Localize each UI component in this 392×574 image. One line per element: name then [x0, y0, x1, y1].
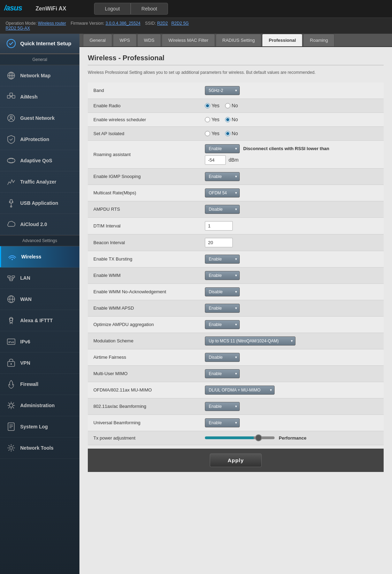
usb-icon [6, 197, 17, 209]
sidebar-item-quick-setup[interactable]: Quick Internet Setup [0, 34, 79, 54]
traffic-analyzer-icon [6, 176, 17, 187]
setting-enable-wmm: Enable WMM Enable Disable [88, 267, 384, 284]
quick-setup-icon [6, 38, 17, 49]
universal-beamforming-dropdown[interactable]: Enable Disable [205, 418, 240, 427]
wmm-apsd-dropdown[interactable]: Enable Disable [205, 304, 240, 313]
airtime-fairness-value: Enable Disable [199, 349, 384, 365]
sidebar-item-vpn[interactable]: VPN [0, 352, 79, 374]
roaming-dropdown[interactable]: Enable Disable [205, 144, 240, 153]
sidebar-item-guest-network[interactable]: Guest Network [0, 108, 79, 129]
logout-button[interactable]: Logout [94, 3, 131, 15]
ampdu-rts-dropdown[interactable]: Enable Disable [205, 205, 240, 214]
sidebar-item-administration[interactable]: Administration [0, 395, 79, 416]
beacon-interval-input[interactable] [205, 238, 233, 247]
page-content: Wireless - Professional Wireless Profess… [79, 47, 392, 574]
sidebar-label-adaptive-qos: Adaptive QoS [20, 158, 52, 163]
tab-general[interactable]: General [83, 34, 112, 46]
enable-radio-yes-input[interactable] [205, 103, 210, 108]
universal-beamforming-value: Enable Disable [199, 414, 384, 431]
igmp-dropdown[interactable]: Enable Disable [205, 172, 240, 181]
ssid1[interactable]: R2D2 [157, 21, 168, 26]
wmm-apsd-dropdown-wrap: Enable Disable [205, 304, 240, 313]
enable-radio-no-input[interactable] [225, 103, 230, 108]
tx-power-slider[interactable] [205, 436, 275, 439]
tab-wds[interactable]: WDS [137, 34, 161, 46]
sidebar-item-aimesh[interactable]: AiMesh [0, 86, 79, 108]
roaming-dbm-input[interactable] [205, 155, 226, 165]
optimize-ampdu-dropdown[interactable]: Enable Disable [205, 320, 240, 329]
tab-wireless-mac-filter[interactable]: Wireless MAC Filter [162, 34, 215, 46]
sidebar-label-traffic-analyzer: Traffic Analyzer [20, 179, 56, 185]
opmode-value[interactable]: Wireless router [38, 21, 66, 26]
tab-roaming[interactable]: Roaming [303, 34, 335, 46]
vpn-icon [6, 357, 17, 369]
sidebar-item-lan[interactable]: LAN [0, 267, 79, 289]
sidebar-label-administration: Administration [20, 403, 55, 408]
sidebar-item-adaptive-qos[interactable]: Adaptive QoS [0, 150, 79, 171]
sidebar-item-system-log[interactable]: System Log [0, 416, 79, 437]
mu-mimo-dropdown[interactable]: Enable Disable [205, 369, 240, 378]
sidebar-item-network-map[interactable]: Network Map [0, 65, 79, 86]
tx-bursting-value: Enable Disable [199, 251, 384, 267]
firmware-value[interactable]: 3.0.0.4.386_25524 [106, 21, 140, 26]
ap-isolated-yes-label: Yes [212, 131, 220, 136]
wireless-scheduler-no-input[interactable] [225, 117, 230, 122]
sidebar-item-usb-application[interactable]: USB Application [0, 193, 79, 214]
wireless-scheduler-no[interactable]: No [225, 117, 238, 122]
ofdma-mu-mimo-label: OFDMA/802.11ax MU-MIMO [88, 382, 199, 398]
sidebar-item-wan[interactable]: WAN [0, 289, 79, 310]
wireless-scheduler-yes-input[interactable] [205, 117, 210, 122]
tab-radius-setting[interactable]: RADIUS Setting [216, 34, 261, 46]
ssid3[interactable]: R2D2 5G-AX [6, 26, 30, 31]
ofdma-mu-mimo-dropdown[interactable]: DL/UL OFDMA + MU-MIMO DL OFDMA Only Disa… [205, 386, 275, 395]
enable-radio-yes[interactable]: Yes [205, 103, 220, 108]
wireless-scheduler-label: Enable wireless scheduler [88, 113, 199, 126]
beamforming-dropdown[interactable]: Enable Disable [205, 402, 240, 411]
roaming-controls: Enable Disable Disconnect clients with R… [205, 144, 378, 153]
ap-isolated-yes-input[interactable] [205, 131, 210, 136]
sidebar-label-alexa: Alexa & IFTTT [20, 318, 53, 323]
modulation-dropdown[interactable]: Up to MCS 11 (NitroQAM/1024-QAM) Up to M… [205, 336, 295, 346]
sidebar: Quick Internet Setup General Network Map [0, 34, 79, 574]
page-description: Wireless Professional Setting allows you… [88, 70, 384, 76]
svg-rect-19 [8, 276, 10, 278]
setting-optimize-ampdu: Optimize AMPDU aggregation Enable Disabl… [88, 316, 384, 333]
ssid2[interactable]: R2D2 5G [171, 21, 189, 26]
apply-button[interactable]: Apply [210, 453, 262, 467]
enable-wmm-dropdown[interactable]: Enable Disable [205, 271, 240, 280]
dtim-interval-input[interactable] [205, 221, 233, 231]
sidebar-item-traffic-analyzer[interactable]: Traffic Analyzer [0, 171, 79, 193]
ap-isolated-yes[interactable]: Yes [205, 131, 220, 136]
airtime-fairness-dropdown[interactable]: Enable Disable [205, 353, 240, 362]
enable-radio-no[interactable]: No [225, 103, 238, 108]
wireless-scheduler-yes[interactable]: Yes [205, 117, 220, 122]
setting-tx-bursting: Enable TX Bursting Enable Disable [88, 251, 384, 267]
sidebar-item-aicloud[interactable]: AiCloud 2.0 [0, 214, 79, 235]
svg-point-39 [10, 447, 13, 449]
sidebar-label-system-log: System Log [20, 424, 48, 429]
sidebar-item-ipv6[interactable]: IPv6 IPv6 [0, 331, 79, 352]
tx-power-value: Performance [199, 431, 384, 445]
sidebar-item-network-tools[interactable]: Network Tools [0, 437, 79, 459]
band-dropdown[interactable]: 2.4GHz 5GHz-1 5GHz-2 6GHz [205, 86, 240, 95]
sidebar-item-wireless[interactable]: Wireless [0, 246, 79, 267]
tx-bursting-dropdown-wrap: Enable Disable [205, 255, 240, 264]
tab-wps[interactable]: WPS [113, 34, 137, 46]
sidebar-item-alexa-ifttt[interactable]: Alexa & IFTTT [0, 310, 79, 331]
ap-isolated-no[interactable]: No [225, 131, 238, 136]
wmm-no-ack-dropdown[interactable]: Enable Disable [205, 287, 240, 296]
multicast-dropdown[interactable]: OFDM 54 OFDM 48 OFDM 36 [205, 188, 240, 197]
ap-isolated-no-input[interactable] [225, 131, 230, 136]
adaptive-qos-icon [6, 155, 17, 166]
band-label: Band [88, 83, 199, 99]
sidebar-item-aiprotection[interactable]: AiProtection [0, 129, 79, 150]
ampdu-rts-value: Enable Disable [199, 201, 384, 217]
tx-bursting-label: Enable TX Bursting [88, 251, 199, 267]
enable-radio-group: Yes No [205, 103, 378, 108]
setting-ampdu-rts: AMPDU RTS Enable Disable [88, 201, 384, 217]
product-name: ZenWiFi AX [36, 6, 66, 12]
tab-professional[interactable]: Professional [262, 34, 302, 46]
reboot-button[interactable]: Reboot [131, 3, 168, 15]
sidebar-item-firewall[interactable]: Firewall [0, 374, 79, 395]
tx-bursting-dropdown[interactable]: Enable Disable [205, 255, 240, 264]
